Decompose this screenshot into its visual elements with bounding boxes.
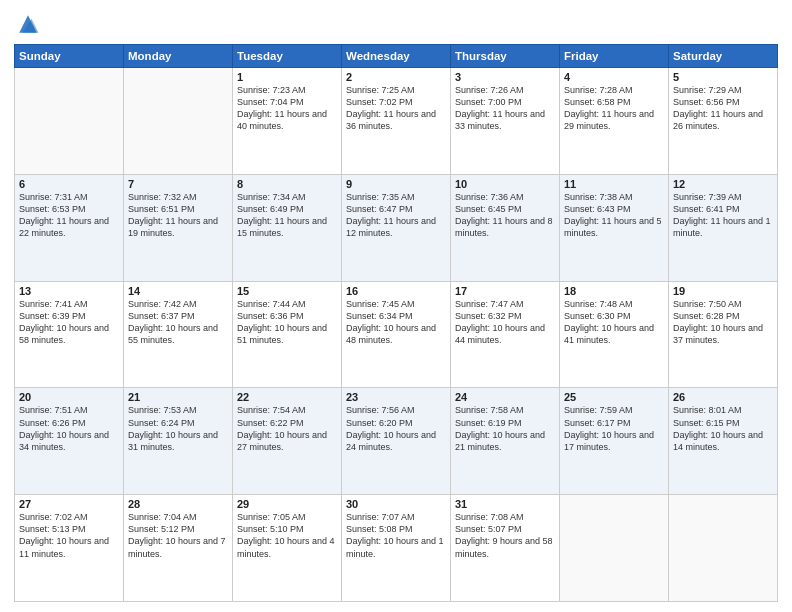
calendar-cell: 30Sunrise: 7:07 AM Sunset: 5:08 PM Dayli… — [342, 495, 451, 602]
header — [14, 10, 778, 38]
day-info: Sunrise: 7:35 AM Sunset: 6:47 PM Dayligh… — [346, 191, 446, 240]
weekday-header-row: SundayMondayTuesdayWednesdayThursdayFrid… — [15, 45, 778, 68]
day-number: 28 — [128, 498, 228, 510]
calendar-cell: 14Sunrise: 7:42 AM Sunset: 6:37 PM Dayli… — [124, 281, 233, 388]
calendar-cell: 24Sunrise: 7:58 AM Sunset: 6:19 PM Dayli… — [451, 388, 560, 495]
day-number: 11 — [564, 178, 664, 190]
calendar-cell: 13Sunrise: 7:41 AM Sunset: 6:39 PM Dayli… — [15, 281, 124, 388]
day-number: 1 — [237, 71, 337, 83]
calendar-cell: 11Sunrise: 7:38 AM Sunset: 6:43 PM Dayli… — [560, 174, 669, 281]
calendar-cell: 16Sunrise: 7:45 AM Sunset: 6:34 PM Dayli… — [342, 281, 451, 388]
calendar-cell — [15, 68, 124, 175]
logo-icon — [14, 10, 42, 38]
day-info: Sunrise: 7:38 AM Sunset: 6:43 PM Dayligh… — [564, 191, 664, 240]
day-number: 3 — [455, 71, 555, 83]
weekday-header-tuesday: Tuesday — [233, 45, 342, 68]
day-number: 25 — [564, 391, 664, 403]
day-info: Sunrise: 7:31 AM Sunset: 6:53 PM Dayligh… — [19, 191, 119, 240]
day-number: 13 — [19, 285, 119, 297]
calendar-cell: 26Sunrise: 8:01 AM Sunset: 6:15 PM Dayli… — [669, 388, 778, 495]
day-number: 24 — [455, 391, 555, 403]
calendar-cell: 21Sunrise: 7:53 AM Sunset: 6:24 PM Dayli… — [124, 388, 233, 495]
weekday-header-saturday: Saturday — [669, 45, 778, 68]
day-info: Sunrise: 7:50 AM Sunset: 6:28 PM Dayligh… — [673, 298, 773, 347]
calendar-cell: 15Sunrise: 7:44 AM Sunset: 6:36 PM Dayli… — [233, 281, 342, 388]
day-number: 7 — [128, 178, 228, 190]
calendar-cell: 6Sunrise: 7:31 AM Sunset: 6:53 PM Daylig… — [15, 174, 124, 281]
calendar-cell: 28Sunrise: 7:04 AM Sunset: 5:12 PM Dayli… — [124, 495, 233, 602]
day-info: Sunrise: 7:02 AM Sunset: 5:13 PM Dayligh… — [19, 511, 119, 560]
calendar-cell: 23Sunrise: 7:56 AM Sunset: 6:20 PM Dayli… — [342, 388, 451, 495]
calendar-cell: 12Sunrise: 7:39 AM Sunset: 6:41 PM Dayli… — [669, 174, 778, 281]
week-row-5: 27Sunrise: 7:02 AM Sunset: 5:13 PM Dayli… — [15, 495, 778, 602]
day-number: 16 — [346, 285, 446, 297]
day-number: 6 — [19, 178, 119, 190]
calendar-cell: 17Sunrise: 7:47 AM Sunset: 6:32 PM Dayli… — [451, 281, 560, 388]
calendar-table: SundayMondayTuesdayWednesdayThursdayFrid… — [14, 44, 778, 602]
calendar-cell: 20Sunrise: 7:51 AM Sunset: 6:26 PM Dayli… — [15, 388, 124, 495]
calendar-cell — [560, 495, 669, 602]
calendar-cell: 22Sunrise: 7:54 AM Sunset: 6:22 PM Dayli… — [233, 388, 342, 495]
day-info: Sunrise: 7:53 AM Sunset: 6:24 PM Dayligh… — [128, 404, 228, 453]
page: SundayMondayTuesdayWednesdayThursdayFrid… — [0, 0, 792, 612]
calendar-cell: 31Sunrise: 7:08 AM Sunset: 5:07 PM Dayli… — [451, 495, 560, 602]
day-info: Sunrise: 7:04 AM Sunset: 5:12 PM Dayligh… — [128, 511, 228, 560]
calendar-cell: 29Sunrise: 7:05 AM Sunset: 5:10 PM Dayli… — [233, 495, 342, 602]
calendar-cell: 27Sunrise: 7:02 AM Sunset: 5:13 PM Dayli… — [15, 495, 124, 602]
day-number: 27 — [19, 498, 119, 510]
calendar-cell — [669, 495, 778, 602]
day-info: Sunrise: 7:32 AM Sunset: 6:51 PM Dayligh… — [128, 191, 228, 240]
calendar-cell: 4Sunrise: 7:28 AM Sunset: 6:58 PM Daylig… — [560, 68, 669, 175]
day-info: Sunrise: 7:59 AM Sunset: 6:17 PM Dayligh… — [564, 404, 664, 453]
day-info: Sunrise: 7:54 AM Sunset: 6:22 PM Dayligh… — [237, 404, 337, 453]
day-number: 22 — [237, 391, 337, 403]
day-info: Sunrise: 7:41 AM Sunset: 6:39 PM Dayligh… — [19, 298, 119, 347]
day-info: Sunrise: 7:28 AM Sunset: 6:58 PM Dayligh… — [564, 84, 664, 133]
day-number: 17 — [455, 285, 555, 297]
day-number: 19 — [673, 285, 773, 297]
calendar-cell: 18Sunrise: 7:48 AM Sunset: 6:30 PM Dayli… — [560, 281, 669, 388]
day-number: 20 — [19, 391, 119, 403]
day-info: Sunrise: 7:39 AM Sunset: 6:41 PM Dayligh… — [673, 191, 773, 240]
day-info: Sunrise: 7:58 AM Sunset: 6:19 PM Dayligh… — [455, 404, 555, 453]
day-number: 10 — [455, 178, 555, 190]
day-info: Sunrise: 7:29 AM Sunset: 6:56 PM Dayligh… — [673, 84, 773, 133]
day-number: 2 — [346, 71, 446, 83]
weekday-header-monday: Monday — [124, 45, 233, 68]
day-info: Sunrise: 7:08 AM Sunset: 5:07 PM Dayligh… — [455, 511, 555, 560]
day-info: Sunrise: 7:47 AM Sunset: 6:32 PM Dayligh… — [455, 298, 555, 347]
day-info: Sunrise: 7:25 AM Sunset: 7:02 PM Dayligh… — [346, 84, 446, 133]
day-number: 26 — [673, 391, 773, 403]
day-info: Sunrise: 7:23 AM Sunset: 7:04 PM Dayligh… — [237, 84, 337, 133]
weekday-header-thursday: Thursday — [451, 45, 560, 68]
day-number: 5 — [673, 71, 773, 83]
week-row-3: 13Sunrise: 7:41 AM Sunset: 6:39 PM Dayli… — [15, 281, 778, 388]
day-info: Sunrise: 7:48 AM Sunset: 6:30 PM Dayligh… — [564, 298, 664, 347]
day-info: Sunrise: 8:01 AM Sunset: 6:15 PM Dayligh… — [673, 404, 773, 453]
day-info: Sunrise: 7:51 AM Sunset: 6:26 PM Dayligh… — [19, 404, 119, 453]
calendar-cell: 19Sunrise: 7:50 AM Sunset: 6:28 PM Dayli… — [669, 281, 778, 388]
day-number: 14 — [128, 285, 228, 297]
day-number: 29 — [237, 498, 337, 510]
day-info: Sunrise: 7:56 AM Sunset: 6:20 PM Dayligh… — [346, 404, 446, 453]
calendar-cell: 1Sunrise: 7:23 AM Sunset: 7:04 PM Daylig… — [233, 68, 342, 175]
week-row-4: 20Sunrise: 7:51 AM Sunset: 6:26 PM Dayli… — [15, 388, 778, 495]
weekday-header-wednesday: Wednesday — [342, 45, 451, 68]
day-number: 31 — [455, 498, 555, 510]
calendar-cell: 2Sunrise: 7:25 AM Sunset: 7:02 PM Daylig… — [342, 68, 451, 175]
day-number: 8 — [237, 178, 337, 190]
day-number: 12 — [673, 178, 773, 190]
calendar-cell: 5Sunrise: 7:29 AM Sunset: 6:56 PM Daylig… — [669, 68, 778, 175]
calendar-cell: 25Sunrise: 7:59 AM Sunset: 6:17 PM Dayli… — [560, 388, 669, 495]
day-info: Sunrise: 7:45 AM Sunset: 6:34 PM Dayligh… — [346, 298, 446, 347]
calendar-cell — [124, 68, 233, 175]
day-info: Sunrise: 7:44 AM Sunset: 6:36 PM Dayligh… — [237, 298, 337, 347]
weekday-header-friday: Friday — [560, 45, 669, 68]
week-row-2: 6Sunrise: 7:31 AM Sunset: 6:53 PM Daylig… — [15, 174, 778, 281]
day-number: 18 — [564, 285, 664, 297]
calendar-cell: 7Sunrise: 7:32 AM Sunset: 6:51 PM Daylig… — [124, 174, 233, 281]
day-info: Sunrise: 7:05 AM Sunset: 5:10 PM Dayligh… — [237, 511, 337, 560]
calendar-cell: 10Sunrise: 7:36 AM Sunset: 6:45 PM Dayli… — [451, 174, 560, 281]
week-row-1: 1Sunrise: 7:23 AM Sunset: 7:04 PM Daylig… — [15, 68, 778, 175]
day-info: Sunrise: 7:26 AM Sunset: 7:00 PM Dayligh… — [455, 84, 555, 133]
